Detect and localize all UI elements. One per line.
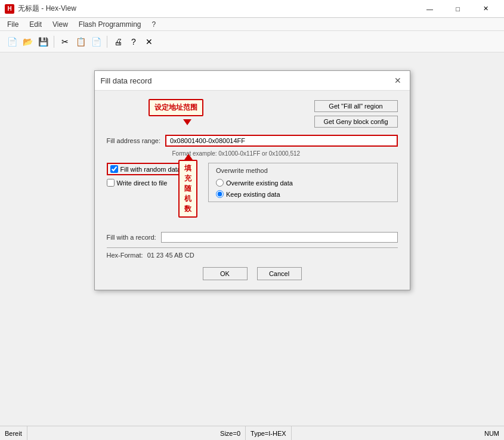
toolbar-sep1	[54, 36, 54, 48]
toolbar-paste[interactable]: 📄	[89, 35, 103, 49]
toolbar: 📄 📂 💾 ✂ 📋 📄 🖨 ? ✕	[0, 31, 504, 52]
dialog-close-button[interactable]: ✕	[392, 75, 404, 86]
window-controls: — □ ✕	[416, 3, 499, 15]
address-range-row: Fill address range:	[107, 135, 398, 147]
dialog-buttons: OK Cancel	[107, 267, 398, 280]
status-type: Type=I-HEX	[246, 426, 292, 440]
status-ready: Bereit	[0, 426, 27, 440]
fill-record-section: Fill with a record:	[107, 232, 398, 243]
fill-record-input[interactable]	[161, 232, 398, 243]
toolbar-save[interactable]: 💾	[36, 35, 50, 49]
title-bar: H 无标题 - Hex-View — □ ✕	[0, 0, 504, 18]
toolbar-sep2	[107, 36, 107, 48]
annotation-random-arrow	[184, 154, 193, 160]
hex-format-value: 01 23 45 AB CD	[147, 252, 194, 259]
hex-format-row: Hex-Format: 01 23 45 AB CD	[107, 252, 398, 259]
dialog-title: Fill data record	[101, 76, 152, 85]
hex-format-label: Hex-Format:	[107, 252, 143, 259]
overwrite-group: Overwrite method Overwrite existing data…	[208, 163, 398, 202]
toolbar-help[interactable]: ?	[126, 35, 141, 49]
keep-existing-row: Keep existing data	[216, 190, 390, 198]
dialog-body: Get "Fill all" region Get Geny block con…	[95, 91, 410, 290]
overwrite-title: Overwrite method	[216, 167, 390, 174]
write-direct-label: Write direct to file	[117, 179, 168, 187]
ok-button[interactable]: OK	[203, 267, 248, 280]
status-size: Size=0	[215, 426, 246, 440]
window-title: 无标题 - Hex-View	[18, 4, 76, 14]
annotation-random-text: 填充随机数	[178, 160, 197, 218]
annotation-address-text: 设定地址范围	[149, 99, 203, 116]
get-geny-block-button[interactable]: Get Geny block config	[314, 116, 398, 128]
checkboxes-col: Fill with random data Write direct to fi…	[107, 163, 185, 187]
toolbar-new[interactable]: 📄	[5, 35, 19, 49]
address-range-label: Fill address range:	[107, 137, 161, 144]
menu-help[interactable]: ?	[147, 19, 161, 30]
overwrite-existing-row: Overwrite existing data	[216, 179, 390, 187]
minimize-button[interactable]: —	[416, 3, 443, 15]
fill-random-checkbox[interactable]	[110, 165, 118, 173]
checkboxes-section: Fill with random data Write direct to fi…	[107, 163, 185, 187]
maximize-button[interactable]: □	[444, 3, 471, 15]
status-bar: Bereit Size=0 Type=I-HEX NUM	[0, 426, 504, 440]
toolbar-print[interactable]: 🖨	[111, 35, 125, 49]
menu-edit[interactable]: Edit	[24, 19, 47, 30]
toolbar-close[interactable]: ✕	[142, 35, 156, 49]
fill-data-dialog: Fill data record ✕ Get "Fill all" region…	[94, 70, 410, 290]
app-icon: H	[5, 4, 14, 14]
write-direct-row: Write direct to file	[107, 179, 185, 187]
write-direct-checkbox[interactable]	[107, 179, 115, 187]
overwrite-existing-label: Overwrite existing data	[226, 179, 293, 187]
fill-record-label: Fill with a record:	[107, 234, 156, 241]
fill-record-row: Fill with a record:	[107, 232, 398, 243]
keep-existing-label: Keep existing data	[226, 191, 280, 198]
format-hint: Format example: 0x1000-0x11FF or 0x1000,…	[172, 150, 398, 157]
menu-view[interactable]: View	[48, 19, 73, 30]
toolbar-copy[interactable]: 📋	[73, 35, 88, 49]
status-num: NUM	[480, 426, 504, 440]
main-area: Fill data record ✕ Get "Fill all" region…	[0, 52, 504, 426]
fill-random-label: Fill with random data	[120, 166, 181, 173]
dialog-titlebar: Fill data record ✕	[95, 71, 410, 91]
hex-divider	[107, 247, 398, 248]
overwrite-existing-radio[interactable]	[216, 179, 224, 187]
toolbar-open[interactable]: 📂	[20, 35, 35, 49]
cancel-button[interactable]: Cancel	[257, 267, 302, 280]
get-fill-all-button[interactable]: Get "Fill all" region	[314, 100, 398, 112]
toolbar-cut[interactable]: ✂	[58, 35, 72, 49]
menu-bar: File Edit View Flash Programming ?	[0, 18, 504, 31]
annotation-address-arrow	[183, 119, 191, 125]
menu-file[interactable]: File	[2, 19, 23, 30]
address-annotation: 设定地址范围	[149, 99, 203, 116]
menu-flash-programming[interactable]: Flash Programming	[74, 19, 146, 30]
address-range-input[interactable]	[165, 135, 398, 147]
overwrite-section: Overwrite method Overwrite existing data…	[208, 163, 398, 202]
keep-existing-radio[interactable]	[216, 190, 224, 198]
window-close-button[interactable]: ✕	[472, 3, 499, 15]
options-row: Fill with random data Write direct to fi…	[107, 163, 398, 202]
random-annotation: 填充随机数	[178, 154, 197, 218]
fill-random-row: Fill with random data	[107, 163, 185, 175]
